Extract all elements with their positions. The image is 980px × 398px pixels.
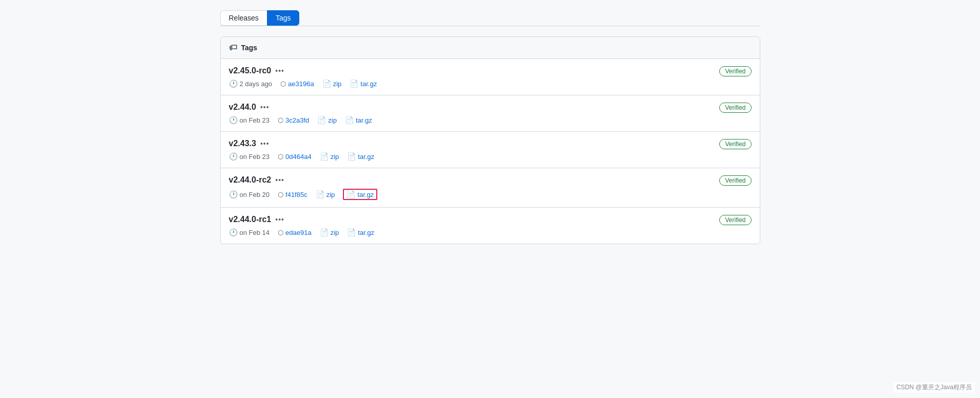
tag-meta: 🕐 on Feb 23⬡ 0d464a4📄 zip📄 tar.gz bbox=[229, 152, 752, 161]
more-options-button[interactable]: ••• bbox=[275, 215, 284, 224]
tag-name-row: v2.44.0-rc1•••Verified bbox=[229, 215, 752, 224]
tab-releases[interactable]: Releases bbox=[220, 10, 267, 26]
verified-badge: Verified bbox=[719, 175, 751, 186]
targz-icon: 📄 bbox=[350, 79, 358, 88]
commit-link[interactable]: ae3196a bbox=[288, 80, 314, 88]
tag-row: v2.44.0•••Verified🕐 on Feb 23⬡ 3c2a3fd📄 … bbox=[221, 95, 760, 132]
tab-bar: ReleasesTags bbox=[220, 10, 760, 26]
tag-right: Verified bbox=[719, 103, 751, 111]
tag-version[interactable]: v2.45.0-rc0 bbox=[229, 66, 272, 75]
clock-icon: 🕐 bbox=[229, 79, 238, 88]
tag-time: 🕐 on Feb 20 bbox=[229, 190, 270, 198]
tag-targz: 📄 tar.gz bbox=[347, 228, 374, 236]
tag-version[interactable]: v2.43.3 bbox=[229, 139, 256, 148]
targz-link[interactable]: tar.gz bbox=[358, 229, 374, 236]
zip-icon: 📄 bbox=[320, 228, 329, 236]
tag-time: 🕐 on Feb 14 bbox=[229, 228, 270, 236]
tags-list: v2.45.0-rc0•••Verified🕐 2 days ago⬡ ae31… bbox=[221, 59, 760, 244]
tag-row: v2.44.0-rc1•••Verified🕐 on Feb 14⬡ edae9… bbox=[221, 208, 760, 244]
tag-meta: 🕐 on Feb 20⬡ f41f85c📄 zip📄 tar.gz bbox=[229, 189, 752, 200]
clock-icon: 🕐 bbox=[229, 228, 238, 236]
zip-icon: 📄 bbox=[322, 79, 331, 88]
tag-row: v2.45.0-rc0•••Verified🕐 2 days ago⬡ ae31… bbox=[221, 59, 760, 95]
verified-badge: Verified bbox=[719, 139, 751, 149]
targz-link[interactable]: tar.gz bbox=[358, 153, 374, 161]
targz-link[interactable]: tar.gz bbox=[356, 116, 372, 124]
tag-version[interactable]: v2.44.0 bbox=[229, 103, 256, 112]
verified-badge: Verified bbox=[719, 103, 751, 113]
targz-link[interactable]: tar.gz bbox=[357, 191, 374, 198]
tag-targz: 📄 tar.gz bbox=[350, 79, 377, 88]
commit-link[interactable]: f41f85c bbox=[285, 191, 308, 198]
zip-link[interactable]: zip bbox=[333, 80, 342, 88]
commit-icon: ⬡ bbox=[280, 80, 286, 88]
zip-link[interactable]: zip bbox=[326, 191, 335, 198]
tag-time: 🕐 on Feb 23 bbox=[229, 116, 270, 124]
tag-right: Verified bbox=[719, 215, 751, 224]
tags-section: 🏷 Tags v2.45.0-rc0•••Verified🕐 2 days ag… bbox=[220, 36, 760, 244]
tag-right: Verified bbox=[719, 67, 751, 75]
tag-icon: 🏷 bbox=[229, 43, 237, 52]
tag-zip: 📄 zip bbox=[317, 116, 337, 124]
tag-time: 🕐 on Feb 23 bbox=[229, 152, 270, 161]
clock-icon: 🕐 bbox=[229, 116, 238, 124]
targz-icon: 📄 bbox=[347, 152, 356, 161]
section-title: Tags bbox=[241, 44, 258, 52]
targz-link[interactable]: tar.gz bbox=[360, 80, 377, 88]
targz-icon: 📄 bbox=[345, 116, 354, 124]
tag-name-row: v2.44.0•••Verified bbox=[229, 103, 752, 112]
zip-icon: 📄 bbox=[317, 116, 326, 124]
tag-name-row: v2.45.0-rc0•••Verified bbox=[229, 66, 752, 75]
zip-icon: 📄 bbox=[320, 152, 329, 161]
zip-link[interactable]: zip bbox=[328, 116, 337, 124]
commit-link[interactable]: 0d464a4 bbox=[285, 153, 312, 161]
zip-link[interactable]: zip bbox=[331, 153, 339, 161]
tag-commit: ⬡ f41f85c bbox=[278, 191, 308, 198]
verified-badge: Verified bbox=[719, 215, 751, 225]
tag-meta: 🕐 2 days ago⬡ ae3196a📄 zip📄 tar.gz bbox=[229, 79, 752, 88]
tag-commit: ⬡ 3c2a3fd bbox=[278, 116, 309, 124]
commit-icon: ⬡ bbox=[278, 229, 283, 236]
verified-badge: Verified bbox=[719, 66, 751, 76]
targz-highlight: 📄 tar.gz bbox=[343, 189, 377, 200]
clock-icon: 🕐 bbox=[229, 190, 238, 198]
tag-name-row: v2.43.3•••Verified bbox=[229, 139, 752, 148]
tag-name-left: v2.45.0-rc0••• bbox=[229, 66, 284, 75]
tag-version[interactable]: v2.44.0-rc2 bbox=[229, 175, 272, 185]
tag-name-left: v2.44.0-rc2••• bbox=[229, 175, 284, 185]
commit-icon: ⬡ bbox=[278, 191, 283, 198]
tag-zip: 📄 zip bbox=[320, 228, 339, 236]
tag-name-left: v2.44.0-rc1••• bbox=[229, 215, 284, 224]
tab-tags[interactable]: Tags bbox=[267, 10, 300, 26]
tag-commit: ⬡ ae3196a bbox=[280, 80, 314, 88]
commit-link[interactable]: 3c2a3fd bbox=[285, 116, 309, 124]
more-options-button[interactable]: ••• bbox=[275, 176, 284, 184]
tag-time: 🕐 2 days ago bbox=[229, 79, 273, 88]
tag-zip: 📄 zip bbox=[316, 190, 335, 198]
tag-meta: 🕐 on Feb 14⬡ edae91a📄 zip📄 tar.gz bbox=[229, 228, 752, 236]
tag-meta: 🕐 on Feb 23⬡ 3c2a3fd📄 zip📄 tar.gz bbox=[229, 116, 752, 124]
tag-name-left: v2.43.3••• bbox=[229, 139, 270, 148]
tag-name-row: v2.44.0-rc2•••Verified bbox=[229, 175, 752, 185]
tag-commit: ⬡ edae91a bbox=[278, 229, 312, 236]
commit-icon: ⬡ bbox=[278, 116, 283, 124]
tag-row: v2.43.3•••Verified🕐 on Feb 23⬡ 0d464a4📄 … bbox=[221, 132, 760, 168]
zip-icon: 📄 bbox=[316, 190, 324, 198]
tag-zip: 📄 zip bbox=[320, 152, 339, 161]
tag-name-left: v2.44.0••• bbox=[229, 103, 270, 112]
more-options-button[interactable]: ••• bbox=[260, 103, 270, 111]
commit-link[interactable]: edae91a bbox=[285, 229, 312, 236]
tag-right: Verified bbox=[719, 140, 751, 148]
targz-icon: 📄 bbox=[347, 228, 356, 236]
tag-targz: 📄 tar.gz bbox=[345, 116, 372, 124]
clock-icon: 🕐 bbox=[229, 152, 238, 161]
more-options-button[interactable]: ••• bbox=[275, 67, 284, 75]
commit-icon: ⬡ bbox=[278, 153, 283, 161]
section-header: 🏷 Tags bbox=[221, 37, 760, 59]
zip-link[interactable]: zip bbox=[331, 229, 339, 236]
tag-targz: 📄 tar.gz bbox=[343, 189, 377, 200]
tag-version[interactable]: v2.44.0-rc1 bbox=[229, 215, 272, 224]
more-options-button[interactable]: ••• bbox=[260, 140, 270, 148]
targz-icon: 📄 bbox=[347, 190, 355, 198]
tag-commit: ⬡ 0d464a4 bbox=[278, 153, 312, 161]
